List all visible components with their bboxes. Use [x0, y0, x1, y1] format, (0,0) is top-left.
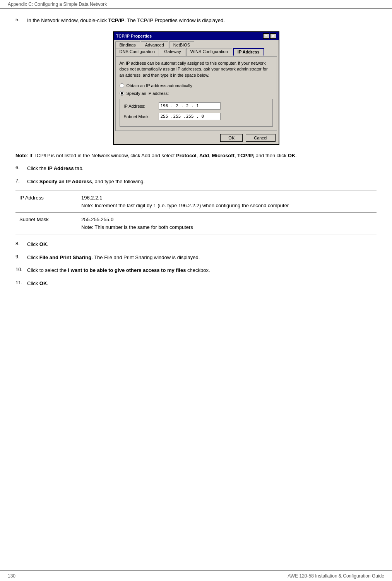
note-section: Note: If TCP/IP is not listed in the Net…	[15, 152, 377, 160]
tab-gateway[interactable]: Gateway	[160, 48, 185, 56]
subnet-mask-label: Subnet Mask:	[124, 114, 159, 119]
step-5: 5. In the Network window, double-click T…	[15, 17, 377, 24]
step-6-num: 6.	[15, 165, 27, 172]
step-7-text: Click Specify an IP Address, and type th…	[27, 178, 145, 186]
titlebar-buttons: ? ✕	[263, 33, 276, 39]
tabs-row1: Bindings Advanced NetBIOS	[114, 40, 279, 48]
tab-netbios[interactable]: NetBIOS	[169, 41, 194, 48]
radio-specify-label: Specify an IP address:	[127, 91, 169, 96]
note-text: : If TCP/IP is not listed in the Network…	[27, 153, 297, 158]
cancel-button[interactable]: Cancel	[246, 134, 275, 142]
step-6-text: Click the IP Address tab.	[27, 165, 84, 172]
subnet-mask-value-cell: 255.255.255.0 Note: This number is the s…	[77, 213, 377, 234]
tab-bindings[interactable]: Bindings	[115, 41, 140, 48]
step-11-num: 11.	[15, 280, 27, 287]
ip-address-row: IP Address 196.2.2.1 Note: Increment the…	[15, 191, 377, 213]
step-5-text: In the Network window, double-click TCP/…	[27, 17, 225, 24]
step-8-text: Click OK.	[27, 241, 48, 248]
radio-auto-label: Obtain an IP address automatically	[127, 83, 192, 88]
step-8-num: 8.	[15, 241, 27, 248]
tabs-row2: DNS Configuration Gateway WINS Configura…	[114, 48, 279, 56]
dialog-description: An IP address can be automatically assig…	[120, 60, 273, 79]
note-label: Note	[15, 153, 27, 158]
subnet-mask-row: Subnet Mask 255.255.255.0 Note: This num…	[15, 213, 377, 234]
ip-address-label: IP Address:	[124, 104, 159, 108]
dialog-container: TCP/IP Properties ? ✕ Bindings Advanced …	[15, 31, 377, 145]
step-7-num: 7.	[15, 178, 27, 186]
step-5-num: 5.	[15, 17, 27, 24]
step-10-num: 10.	[15, 266, 27, 274]
radio-auto-row: Obtain an IP address automatically	[120, 83, 273, 88]
specify-group: IP Address: Subnet Mask:	[120, 99, 273, 127]
subnet-mask-input[interactable]	[159, 113, 221, 120]
step-10: 10. Click to select the I want to be abl…	[15, 266, 377, 274]
footer-page-number: 130	[8, 573, 15, 579]
ip-info-table: IP Address 196.2.2.1 Note: Increment the…	[15, 191, 377, 234]
dialog-title: TCP/IP Properties	[116, 34, 152, 38]
step-11-text: Click OK.	[27, 280, 48, 287]
page-header: Appendix C: Configuring a Simple Data Ne…	[0, 0, 392, 9]
dialog-body: An IP address can be automatically assig…	[115, 56, 277, 131]
radio-specify-button[interactable]	[120, 91, 124, 96]
dialog-action-buttons: OK Cancel	[114, 132, 279, 144]
help-button[interactable]: ?	[263, 33, 269, 39]
tab-wins-configuration[interactable]: WINS Configuration	[186, 48, 232, 56]
step-9-text: Click File and Print Sharing. The File a…	[27, 254, 200, 261]
tab-advanced[interactable]: Advanced	[141, 41, 168, 48]
subnet-mask-row: Subnet Mask:	[124, 113, 269, 120]
subnet-mask-label-cell: Subnet Mask	[15, 213, 77, 234]
step-11: 11. Click OK.	[15, 280, 377, 287]
step-9-num: 9.	[15, 254, 27, 261]
page-footer: 130 AWE 120-58 Installation & Configurat…	[0, 571, 392, 581]
ip-address-row: IP Address:	[124, 102, 269, 110]
footer-right: AWE 120-58 Installation & Configuration …	[288, 573, 384, 579]
step-6: 6. Click the IP Address tab.	[15, 165, 377, 172]
step-10-text: Click to select the I want to be able to…	[27, 266, 210, 274]
radio-auto-button[interactable]	[120, 83, 124, 88]
close-button[interactable]: ✕	[270, 33, 276, 39]
header-left: Appendix C: Configuring a Simple Data Ne…	[8, 2, 107, 7]
ok-button[interactable]: OK	[220, 134, 243, 142]
page-content: 5. In the Network window, double-click T…	[0, 9, 392, 300]
ip-address-input[interactable]	[159, 102, 221, 110]
ip-address-label-cell: IP Address	[15, 191, 77, 213]
radio-specify-row: Specify an IP address:	[120, 91, 273, 96]
dialog-window: TCP/IP Properties ? ✕ Bindings Advanced …	[113, 31, 279, 145]
step-9: 9. Click File and Print Sharing. The Fil…	[15, 254, 377, 261]
tab-ip-address[interactable]: IP Address	[233, 48, 264, 56]
step-7: 7. Click Specify an IP Address, and type…	[15, 178, 377, 186]
tab-dns-configuration[interactable]: DNS Configuration	[115, 48, 159, 56]
dialog-titlebar: TCP/IP Properties ? ✕	[114, 32, 279, 40]
ip-address-value-cell: 196.2.2.1 Note: Increment the last digit…	[77, 191, 377, 213]
step-8: 8. Click OK.	[15, 241, 377, 248]
